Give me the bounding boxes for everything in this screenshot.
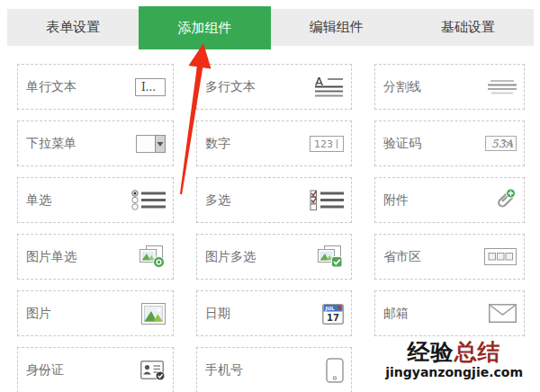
component-item-image[interactable]: 图片 bbox=[17, 290, 174, 336]
watermark-url: jingyanzongjie.com bbox=[385, 366, 523, 379]
text-input-icon: I... bbox=[135, 78, 166, 96]
dropdown-icon bbox=[136, 135, 166, 153]
component-label: 图片多选 bbox=[205, 249, 256, 265]
image-radio-icon bbox=[138, 245, 166, 269]
component-label: 手机号 bbox=[205, 362, 243, 379]
svg-text:I...: I... bbox=[141, 81, 156, 94]
component-label: 图片 bbox=[26, 306, 51, 322]
component-label: 身份证 bbox=[26, 362, 64, 379]
image-icon bbox=[141, 303, 166, 325]
component-item-radio-group[interactable]: 单选 bbox=[17, 177, 174, 223]
component-label: 数字 bbox=[205, 136, 230, 152]
component-label: 单行文本 bbox=[26, 79, 76, 95]
region-icon bbox=[484, 248, 517, 265]
component-label: 多行文本 bbox=[205, 79, 256, 95]
svg-text:17: 17 bbox=[327, 313, 339, 323]
component-item-captcha[interactable]: 验证码53A bbox=[374, 120, 525, 166]
component-item-phone[interactable]: 手机号 bbox=[196, 347, 352, 392]
component-label: 图片单选 bbox=[26, 249, 76, 265]
tab-form-settings[interactable]: 表单设置 bbox=[7, 9, 139, 46]
component-item-text-input[interactable]: 单行文本I... bbox=[17, 64, 174, 110]
tab-edit-component[interactable]: 编辑组件 bbox=[271, 9, 402, 46]
component-item-email[interactable]: 邮箱 bbox=[374, 290, 525, 336]
component-label: 验证码 bbox=[383, 136, 421, 152]
id-card-icon bbox=[140, 360, 166, 381]
component-item-dropdown[interactable]: 下拉菜单 bbox=[17, 120, 174, 166]
component-item-calendar[interactable]: 日期JUL17 bbox=[196, 290, 352, 336]
component-item-attachment[interactable]: 附件 bbox=[374, 177, 525, 223]
component-label: 单选 bbox=[26, 192, 51, 209]
component-item-textarea[interactable]: 多行文本A bbox=[196, 64, 352, 110]
radio-group-icon bbox=[131, 190, 166, 210]
tab-add-component[interactable]: 添加组件 bbox=[139, 6, 270, 49]
attachment-icon bbox=[492, 188, 517, 212]
email-icon bbox=[489, 304, 517, 323]
component-item-number-input[interactable]: 数字123 bbox=[196, 120, 352, 166]
divider-icon bbox=[488, 79, 517, 94]
calendar-icon: JUL17 bbox=[322, 302, 344, 325]
component-item-image-checkbox[interactable]: 图片多选 bbox=[196, 234, 352, 280]
component-item-image-radio[interactable]: 图片单选 bbox=[17, 234, 174, 280]
watermark-title-black: 经验 bbox=[408, 339, 454, 365]
checkbox-group-icon bbox=[310, 190, 344, 210]
svg-text:123: 123 bbox=[314, 138, 333, 150]
component-label: 分割线 bbox=[383, 79, 421, 95]
component-item-region[interactable]: 省市区 bbox=[374, 234, 525, 280]
image-checkbox-icon bbox=[316, 245, 344, 269]
number-input-icon: 123 bbox=[310, 136, 344, 152]
captcha-icon: 53A bbox=[485, 136, 517, 151]
tab-bar: 表单设置 添加组件 编辑组件 基础设置 bbox=[7, 9, 534, 46]
watermark-title: 经验总结 bbox=[385, 341, 523, 363]
phone-icon bbox=[326, 358, 344, 383]
component-label: 日期 bbox=[205, 306, 230, 322]
svg-text:JUL: JUL bbox=[325, 306, 336, 312]
watermark: 经验总结 jingyanzongjie.com bbox=[385, 341, 523, 379]
component-label: 省市区 bbox=[383, 249, 421, 265]
component-label: 下拉菜单 bbox=[26, 136, 76, 152]
component-item-checkbox-group[interactable]: 多选 bbox=[196, 177, 352, 223]
watermark-title-red: 总结 bbox=[454, 339, 501, 365]
component-item-id-card[interactable]: 身份证 bbox=[17, 347, 174, 392]
component-label: 邮箱 bbox=[383, 306, 409, 322]
component-label: 多选 bbox=[205, 192, 230, 209]
textarea-icon: A bbox=[315, 76, 344, 99]
component-label: 附件 bbox=[383, 192, 409, 209]
tab-basic-settings[interactable]: 基础设置 bbox=[402, 9, 534, 46]
component-item-divider[interactable]: 分割线 bbox=[374, 64, 525, 110]
